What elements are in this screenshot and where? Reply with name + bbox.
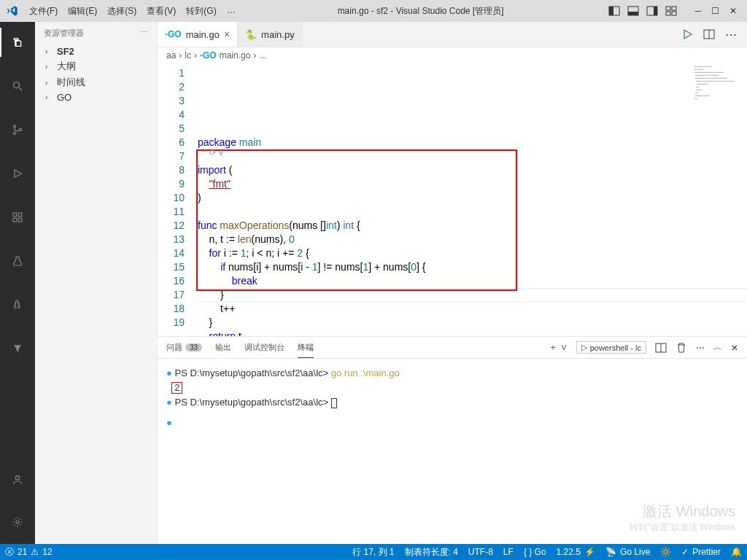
layout-customize-icon[interactable] bbox=[665, 5, 677, 17]
svg-line-11 bbox=[19, 88, 22, 90]
accounts-icon[interactable] bbox=[0, 465, 35, 494]
menu-edit[interactable]: 编辑(E) bbox=[63, 2, 101, 20]
split-terminal-icon[interactable] bbox=[655, 342, 667, 354]
go-file-icon: -GO bbox=[165, 29, 182, 39]
code-annotation-icon[interactable]: ⟳ ∨ bbox=[209, 146, 224, 160]
status-version[interactable]: 1.22.5 ⚡ bbox=[551, 546, 600, 559]
testing-icon[interactable] bbox=[0, 246, 35, 276]
menu-select[interactable]: 选择(S) bbox=[103, 2, 141, 20]
layout-panel-icon[interactable] bbox=[627, 5, 639, 17]
svg-rect-8 bbox=[666, 12, 670, 15]
svg-rect-18 bbox=[18, 213, 22, 217]
svg-rect-17 bbox=[18, 218, 22, 222]
split-editor-icon[interactable] bbox=[703, 28, 715, 40]
sidebar-item-sf2[interactable]: ›SF2 bbox=[35, 44, 157, 58]
python-file-icon: 🐍 bbox=[245, 29, 257, 40]
panel-tab-output[interactable]: 输出 bbox=[215, 338, 231, 357]
search-icon[interactable] bbox=[0, 71, 35, 101]
title-bar: 文件(F) 编辑(E) 选择(S) 查看(V) 转到(G) … main.go … bbox=[0, 0, 747, 22]
editor-body[interactable]: 12345678910111213141516171819 ⟳ ∨ packag… bbox=[158, 63, 747, 336]
svg-rect-16 bbox=[13, 218, 17, 222]
svg-rect-15 bbox=[13, 213, 17, 217]
status-prettier[interactable]: ✓ Prettier bbox=[676, 546, 726, 559]
terminal-selector[interactable]: ▷ powershell - lc bbox=[576, 341, 646, 354]
run-debug-icon[interactable] bbox=[0, 159, 35, 188]
menu-bar: 文件(F) 编辑(E) 选择(S) 查看(V) 转到(G) … bbox=[25, 2, 240, 20]
line-numbers: 12345678910111213141516171819 bbox=[158, 63, 198, 336]
sidebar-item-outline[interactable]: ›大纲 bbox=[35, 58, 157, 74]
svg-point-20 bbox=[16, 521, 19, 524]
terminal-body[interactable]: ● PS D:\mysetup\gopath\src\sf2\aa\lc> go… bbox=[158, 359, 747, 544]
maximize-button[interactable]: ☐ bbox=[711, 6, 719, 16]
layout-editor-icon[interactable] bbox=[608, 5, 620, 17]
breadcrumb[interactable]: aa › lc › -GO main.go › ... bbox=[158, 47, 747, 63]
svg-rect-1 bbox=[609, 7, 614, 15]
filter-icon[interactable] bbox=[0, 334, 35, 363]
tab-main-py[interactable]: 🐍 main.py bbox=[238, 22, 303, 47]
status-bell-icon[interactable]: 🔔 bbox=[726, 546, 747, 559]
settings-gear-icon[interactable] bbox=[0, 508, 35, 537]
svg-point-14 bbox=[19, 128, 21, 131]
explorer-icon[interactable] bbox=[0, 28, 35, 57]
status-encoding[interactable]: UTF-8 bbox=[463, 546, 498, 559]
more-icon[interactable]: ⋯ bbox=[696, 343, 705, 353]
status-misc[interactable]: 🔆 bbox=[655, 546, 676, 559]
extensions-icon[interactable] bbox=[0, 203, 35, 232]
sidebar-explorer: 资源管理器 ⋯ ›SF2 ›大纲 ›时间线 ›GO bbox=[35, 22, 158, 544]
minimap[interactable]: ▬▬▬▬▬▬ ▬▬▬ ▬▬▬▬▬▬▬▬▬▬ ▬▬▬▬▬▬▬▬ ▬▬▬▬▬▬▬▬▬… bbox=[694, 65, 746, 109]
svg-point-13 bbox=[13, 132, 15, 134]
chevron-up-icon[interactable]: ︿ bbox=[713, 341, 722, 354]
svg-rect-6 bbox=[666, 7, 670, 10]
window-title: main.go - sf2 - Visual Studio Code [管理员] bbox=[240, 5, 602, 18]
editor-tabs: -GO main.go × 🐍 main.py ⋯ bbox=[158, 22, 747, 47]
menu-more[interactable]: … bbox=[222, 2, 240, 20]
sidebar-more-icon[interactable]: ⋯ bbox=[140, 28, 148, 39]
close-button[interactable]: ✕ bbox=[729, 6, 737, 16]
panel-tab-problems[interactable]: 问题33 bbox=[166, 338, 202, 357]
close-panel-icon[interactable]: ✕ bbox=[731, 343, 738, 353]
svg-rect-7 bbox=[672, 7, 676, 10]
sidebar-title: 资源管理器 bbox=[44, 28, 84, 39]
svg-point-19 bbox=[15, 476, 19, 480]
svg-rect-3 bbox=[628, 12, 638, 15]
svg-rect-9 bbox=[672, 12, 676, 15]
go-ext-icon[interactable] bbox=[0, 290, 35, 319]
activity-bar bbox=[0, 22, 35, 544]
status-bar: ⓧ 21 ⚠ 12 行 17, 列 1 制表符长度: 4 UTF-8 LF { … bbox=[0, 544, 747, 560]
layout-sidebar-icon[interactable] bbox=[646, 5, 658, 17]
run-icon[interactable] bbox=[681, 28, 693, 40]
status-eol[interactable]: LF bbox=[498, 546, 519, 559]
source-control-icon[interactable] bbox=[0, 115, 35, 144]
code-area[interactable]: ⟳ ∨ package mainimport ( "fmt")func maxO… bbox=[198, 63, 747, 336]
svg-rect-5 bbox=[654, 7, 657, 15]
menu-view[interactable]: 查看(V) bbox=[142, 2, 180, 20]
close-icon[interactable]: × bbox=[224, 28, 230, 40]
status-lncol[interactable]: 行 17, 列 1 bbox=[347, 546, 399, 559]
svg-point-12 bbox=[13, 125, 15, 128]
status-language[interactable]: { } Go bbox=[519, 546, 551, 559]
menu-file[interactable]: 文件(F) bbox=[25, 2, 62, 20]
new-terminal-icon[interactable]: ＋ ∨ bbox=[549, 341, 567, 354]
more-actions-icon[interactable]: ⋯ bbox=[725, 28, 737, 42]
sidebar-item-go[interactable]: ›GO bbox=[35, 90, 157, 104]
status-golive[interactable]: 📡 Go Live bbox=[600, 546, 655, 559]
sidebar-item-timeline[interactable]: ›时间线 bbox=[35, 74, 157, 90]
status-errors[interactable]: ⓧ 21 ⚠ 12 bbox=[0, 546, 58, 559]
menu-go[interactable]: 转到(G) bbox=[182, 2, 220, 20]
panel: 问题33 输出 调试控制台 终端 ＋ ∨ ▷ powershell - lc ⋯… bbox=[158, 336, 747, 544]
svg-point-10 bbox=[14, 82, 20, 88]
trash-icon[interactable] bbox=[676, 342, 687, 354]
panel-tab-terminal[interactable]: 终端 bbox=[298, 338, 314, 358]
editor-group: -GO main.go × 🐍 main.py ⋯ aa › lc › -GO … bbox=[158, 22, 747, 544]
vscode-icon bbox=[0, 5, 25, 17]
status-tabsize[interactable]: 制表符长度: 4 bbox=[400, 546, 463, 559]
tab-main-go[interactable]: -GO main.go × bbox=[158, 22, 238, 47]
panel-tab-debug[interactable]: 调试控制台 bbox=[244, 338, 285, 357]
minimize-button[interactable]: ─ bbox=[694, 6, 701, 16]
